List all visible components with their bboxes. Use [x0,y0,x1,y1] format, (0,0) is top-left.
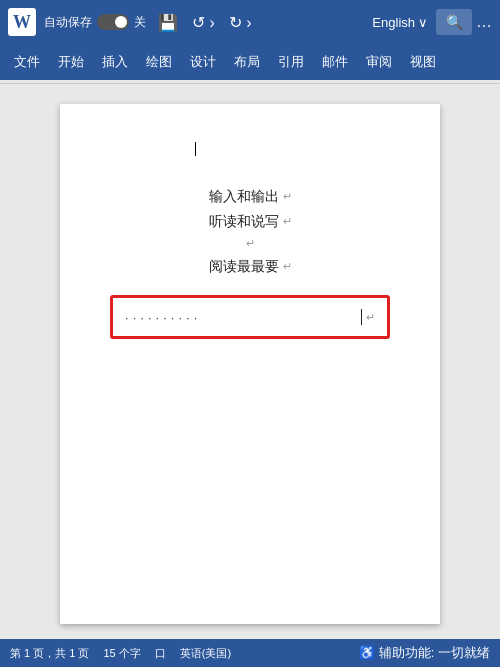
title-bar: W 自动保存 关 💾 ↺ › ↻ › English ∨ 🔍 … [0,0,500,44]
menu-view[interactable]: 视图 [402,49,444,75]
save-button[interactable]: 💾 [154,11,182,34]
doc-line-4: 阅读最最要 ↵ [110,254,390,279]
menu-references[interactable]: 引用 [270,49,312,75]
title-toolbar: 💾 ↺ › ↻ › [154,11,256,34]
redo-button[interactable]: ↻ › [225,11,256,34]
document-area: 输入和输出 ↵ 听读和说写 ↵ ↵ 阅读最最要 ↵ · · · [0,84,500,639]
char-count: 15 个字 [103,646,140,661]
autosave-toggle[interactable] [97,14,129,30]
status-right: ♿ 辅助功能: 一切就绪 [359,644,490,662]
more-button[interactable]: … [476,13,492,31]
menu-file[interactable]: 文件 [6,49,48,75]
menu-insert[interactable]: 插入 [94,49,136,75]
dot-leader: · · · · · · · · · · [125,310,359,325]
menu-draw[interactable]: 绘图 [138,49,180,75]
toggle-state-label: 关 [134,14,146,31]
chevron-down-icon: ∨ [418,15,428,30]
dotted-content: · · · · · · · · · · ↵ [125,309,375,325]
input-mode: 口 [155,646,166,661]
document-page: 输入和输出 ↵ 听读和说写 ↵ ↵ 阅读最最要 ↵ · · · [60,104,440,624]
cursor-marker [195,142,196,156]
document-language: 英语(美国) [180,646,231,661]
doc-line-1: 输入和输出 ↵ [110,184,390,209]
accessibility-status: ♿ 辅助功能: 一切就绪 [359,644,490,662]
menu-review[interactable]: 审阅 [358,49,400,75]
language-label: English [372,15,415,30]
search-icon: 🔍 [446,14,463,30]
page-count: 第 1 页，共 1 页 [10,646,89,661]
highlighted-input-box[interactable]: · · · · · · · · · · ↵ [110,295,390,339]
menu-mailings[interactable]: 邮件 [314,49,356,75]
doc-line-2: 听读和说写 ↵ [110,209,390,234]
menu-home[interactable]: 开始 [50,49,92,75]
autosave-label: 自动保存 [44,14,92,31]
language-selector[interactable]: English ∨ [372,15,428,30]
menu-design[interactable]: 设计 [182,49,224,75]
word-logo: W [8,8,36,36]
undo-button[interactable]: ↺ › [188,11,219,34]
status-bar: 第 1 页，共 1 页 15 个字 口 英语(美国) ♿ 辅助功能: 一切就绪 [0,639,500,667]
doc-line-3: ↵ [110,234,390,254]
text-cursor [361,309,362,325]
menu-layout[interactable]: 布局 [226,49,268,75]
document-content[interactable]: 输入和输出 ↵ 听读和说写 ↵ ↵ 阅读最最要 ↵ · · · [110,184,390,339]
menu-bar: 文件 开始 插入 绘图 设计 布局 引用 邮件 审阅 视图 [0,44,500,80]
autosave-area: 自动保存 关 [44,14,146,31]
search-box[interactable]: 🔍 [436,9,472,35]
